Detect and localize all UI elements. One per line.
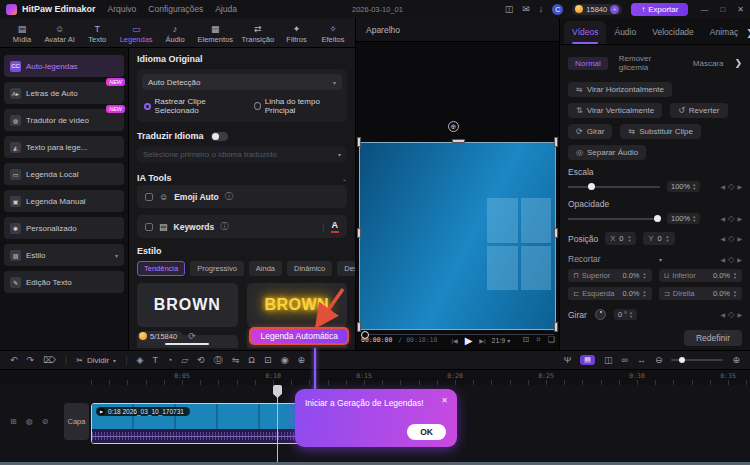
add-credits-icon[interactable]: + bbox=[610, 5, 619, 14]
radio-rastrear-clipe[interactable]: Rastrear Clipe Selecionado bbox=[144, 97, 238, 115]
caption-track-icon[interactable]: ▤ bbox=[580, 355, 595, 365]
toast-close-icon[interactable]: ✕ bbox=[441, 396, 448, 405]
crop-icon[interactable]: ▱ bbox=[181, 355, 188, 365]
sidebar-item-letras-de-auto[interactable]: A▸Letras de AutoNEW bbox=[4, 82, 124, 104]
stepper-icon[interactable]: ▲▼ bbox=[643, 272, 647, 279]
tab-filtros[interactable]: ✦Filtros bbox=[283, 20, 311, 47]
style-tab-ainda[interactable]: Ainda bbox=[249, 261, 282, 276]
subtab-remover[interactable]: Remover glicemia bbox=[612, 52, 682, 74]
tab-animacao[interactable]: Animaç bbox=[702, 21, 746, 44]
flip-vertical-button[interactable]: ⇅Virar Verticalmente bbox=[568, 103, 662, 118]
freeze-frame-icon[interactable]: Ⓓ bbox=[214, 354, 223, 367]
toast-ok-button[interactable]: OK bbox=[407, 424, 446, 440]
selection-handle[interactable] bbox=[554, 137, 558, 147]
selection-handle[interactable] bbox=[357, 228, 361, 238]
next-frame-icon[interactable]: ▶| bbox=[479, 337, 485, 344]
font-style-button[interactable]: A bbox=[331, 220, 340, 233]
radio-linha-tempo[interactable]: Linha do tempo Principal bbox=[254, 97, 340, 115]
video-canvas[interactable] bbox=[359, 142, 556, 330]
refresh-icon[interactable]: ⟳ bbox=[188, 331, 196, 341]
close-button[interactable]: ✕ bbox=[737, 5, 744, 14]
zoom-out-icon[interactable]: ⊖ bbox=[655, 355, 663, 365]
translate-toggle[interactable] bbox=[211, 132, 228, 141]
sidebar-item-estilo[interactable]: ▨Estilo▾ bbox=[4, 244, 124, 266]
tab-velocidade[interactable]: Velocidade bbox=[644, 21, 702, 44]
crop-inferior-field[interactable]: ⊔Inferior0.0%▲▼ bbox=[659, 269, 743, 282]
stepper-icon[interactable]: ▲▼ bbox=[692, 215, 696, 222]
selection-handle[interactable] bbox=[554, 228, 558, 238]
chevron-down-icon[interactable]: ⌄ bbox=[342, 175, 347, 182]
stepper-icon[interactable]: ▲▼ bbox=[692, 183, 696, 190]
style-tab-tendencia[interactable]: Tendência bbox=[137, 261, 185, 276]
scale-keyframe-controls[interactable]: ◀◇▶ bbox=[721, 182, 742, 191]
split-audio-button[interactable]: ◎Separar Áudio bbox=[568, 145, 646, 160]
grid-icon[interactable]: ⌗ bbox=[536, 335, 541, 345]
position-keyframe-controls[interactable]: ◀◇▶ bbox=[721, 234, 742, 243]
download-icon[interactable]: ↓ bbox=[539, 4, 544, 14]
stepper-icon[interactable]: ▲▼ bbox=[666, 235, 670, 242]
person-icon[interactable]: ◉ bbox=[281, 355, 289, 365]
feedback-icon[interactable]: ✉ bbox=[522, 4, 530, 14]
sidebar-item-texto-para-legenda[interactable]: ◭Texto para lege... bbox=[4, 136, 124, 158]
crop-superior-field[interactable]: ⊓Superior0.0%▲▼ bbox=[568, 269, 652, 282]
snapshot-icon[interactable]: ⊡ bbox=[523, 335, 530, 345]
export-button[interactable]: ↑ Exportar bbox=[631, 3, 688, 16]
credits-pill[interactable]: 15840 + bbox=[572, 4, 622, 15]
split-button[interactable]: ✂Dividir▾ bbox=[76, 356, 116, 365]
subtab-mascara[interactable]: Máscara bbox=[686, 57, 731, 70]
sidebar-item-tradutor-de-video[interactable]: ◍Tradutor de vídeoNEW bbox=[4, 109, 124, 131]
stepper-icon[interactable]: ▲▼ bbox=[629, 311, 633, 318]
sidebar-item-personalizado[interactable]: ✱Personalizado bbox=[4, 217, 124, 239]
tab-transicao[interactable]: ⇄Transição bbox=[241, 20, 274, 47]
rotation-dial[interactable] bbox=[595, 309, 606, 320]
link-icon[interactable]: ∞ bbox=[621, 355, 627, 365]
track-visibility-icon[interactable]: ◍ bbox=[26, 417, 33, 426]
scale-slider[interactable] bbox=[568, 186, 660, 188]
selection-handle[interactable] bbox=[357, 322, 361, 332]
menu-arquivo[interactable]: Arquivo bbox=[108, 4, 137, 14]
scale-value[interactable]: 100%▲▼ bbox=[667, 181, 700, 192]
style-tab-progressivo[interactable]: Progressivo bbox=[190, 261, 244, 276]
info-icon[interactable]: ⓘ bbox=[225, 191, 233, 202]
cover-button[interactable]: Capa bbox=[64, 403, 89, 440]
sidebar-item-legenda-manual[interactable]: ▣Legenda Manual bbox=[4, 190, 124, 212]
track-mute-icon[interactable]: ⊘ bbox=[42, 417, 49, 426]
sidebar-item-edicao-texto[interactable]: ✎Edição Texto bbox=[4, 271, 124, 293]
opacity-slider[interactable] bbox=[568, 218, 660, 220]
tab-midia[interactable]: ▤Mídia bbox=[8, 20, 36, 47]
chevron-right-icon[interactable]: ❯ bbox=[746, 28, 750, 44]
photo-zoom-icon[interactable]: ⊕ bbox=[297, 355, 305, 365]
emoji-auto-checkbox[interactable] bbox=[145, 193, 153, 201]
fit-timeline-icon[interactable]: ↔ bbox=[637, 355, 646, 365]
flip-horizontal-button[interactable]: ⇋Virar Horizontalmente bbox=[568, 82, 672, 97]
menu-ajuda[interactable]: Ajuda bbox=[215, 4, 237, 14]
keywords-checkbox[interactable] bbox=[145, 223, 153, 231]
selection-handle[interactable] bbox=[357, 137, 361, 147]
minimize-button[interactable]: — bbox=[700, 5, 708, 14]
track-option-icon[interactable]: ⊞ bbox=[10, 417, 17, 426]
timeline-zoom-slider[interactable] bbox=[671, 359, 723, 361]
flip-icon[interactable]: ⇋ bbox=[232, 355, 240, 365]
magnet-icon[interactable]: Ω bbox=[248, 355, 255, 365]
rotation-value[interactable]: 0°▲▼ bbox=[614, 309, 637, 320]
tab-texto[interactable]: TTexto bbox=[83, 20, 111, 47]
stepper-icon[interactable]: ▲▼ bbox=[733, 290, 737, 297]
layout-panels-icon[interactable]: ◫ bbox=[505, 4, 514, 14]
position-y-field[interactable]: Y0▲▼ bbox=[643, 232, 674, 245]
selection-handle[interactable] bbox=[554, 322, 558, 332]
microphone-icon[interactable]: Ψ bbox=[564, 355, 572, 365]
reset-button[interactable]: Redefinir bbox=[684, 330, 742, 346]
opacity-value[interactable]: 100%▲▼ bbox=[667, 213, 700, 224]
play-icon[interactable]: ▶ bbox=[465, 335, 473, 346]
menu-configuracoes[interactable]: Configurações bbox=[148, 4, 203, 14]
position-x-field[interactable]: X0▲▼ bbox=[605, 232, 636, 245]
rotate-handle-icon[interactable]: ⊕ bbox=[448, 121, 459, 132]
chevron-right-icon[interactable]: ❯ bbox=[734, 58, 742, 68]
aspect-ratio-dropdown[interactable]: 21:9▾ bbox=[492, 337, 511, 344]
zoom-in-icon[interactable]: ⊕ bbox=[732, 355, 740, 365]
selection-handle[interactable] bbox=[452, 139, 465, 143]
quality-icon[interactable]: ◈ bbox=[136, 355, 143, 365]
tab-legendas[interactable]: ▭Legendas bbox=[120, 20, 153, 47]
user-avatar[interactable]: C bbox=[552, 4, 563, 15]
tab-audio[interactable]: ♪Áudio bbox=[161, 20, 189, 47]
